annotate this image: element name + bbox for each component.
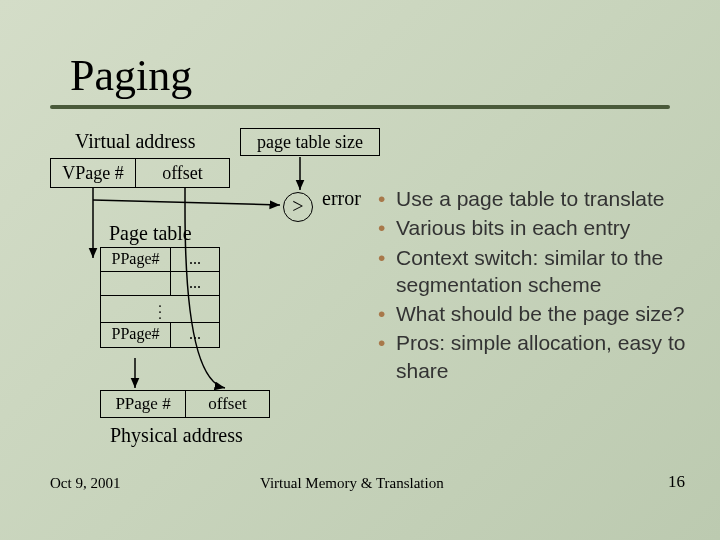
page-table-label: Page table: [109, 222, 192, 245]
bullet-item: Use a page table to translate: [378, 185, 693, 212]
compare-circle: >: [283, 192, 313, 222]
page-table-ellipsis: ...: [101, 296, 219, 323]
bullet-item: Various bits in each entry: [378, 214, 693, 241]
ppage-cell: PPage #: [101, 391, 186, 417]
pt-bits-cell: ...: [171, 248, 219, 271]
virtual-address-box: VPage # offset: [50, 158, 230, 188]
pt-ppage-cell: [101, 272, 171, 295]
offset-cell: offset: [136, 159, 229, 187]
physical-address-label: Physical address: [110, 424, 243, 447]
svg-line-1: [93, 200, 280, 205]
virtual-address-label: Virtual address: [75, 130, 195, 153]
footer-date: Oct 9, 2001: [50, 475, 120, 492]
error-label: error: [322, 187, 361, 210]
pt-ppage-cell: PPage#: [101, 323, 171, 347]
pt-ppage-cell: PPage#: [101, 248, 171, 271]
bullet-item: Context switch: similar to the segmentat…: [378, 244, 693, 299]
footer-page-number: 16: [668, 472, 685, 492]
title-underline: [50, 105, 670, 109]
bullet-item: Pros: simple allocation, easy to share: [378, 329, 693, 384]
page-table-size-box: page table size: [240, 128, 380, 156]
slide-title: Paging: [70, 50, 192, 101]
footer-center: Virtual Memory & Translation: [260, 475, 444, 492]
page-table: PPage# ... ... ... PPage# ...: [100, 247, 220, 348]
pt-bits-cell: ...: [171, 323, 219, 347]
physical-address-box: PPage # offset: [100, 390, 270, 418]
pt-bits-cell: ...: [171, 272, 219, 295]
page-table-row: PPage# ...: [101, 323, 219, 347]
page-table-row: PPage# ...: [101, 248, 219, 272]
page-table-row: ...: [101, 272, 219, 296]
bullet-item: What should be the page size?: [378, 300, 693, 327]
offset-cell: offset: [186, 391, 269, 417]
vpage-cell: VPage #: [51, 159, 136, 187]
bullet-list: Use a page table to translate Various bi…: [378, 185, 693, 386]
